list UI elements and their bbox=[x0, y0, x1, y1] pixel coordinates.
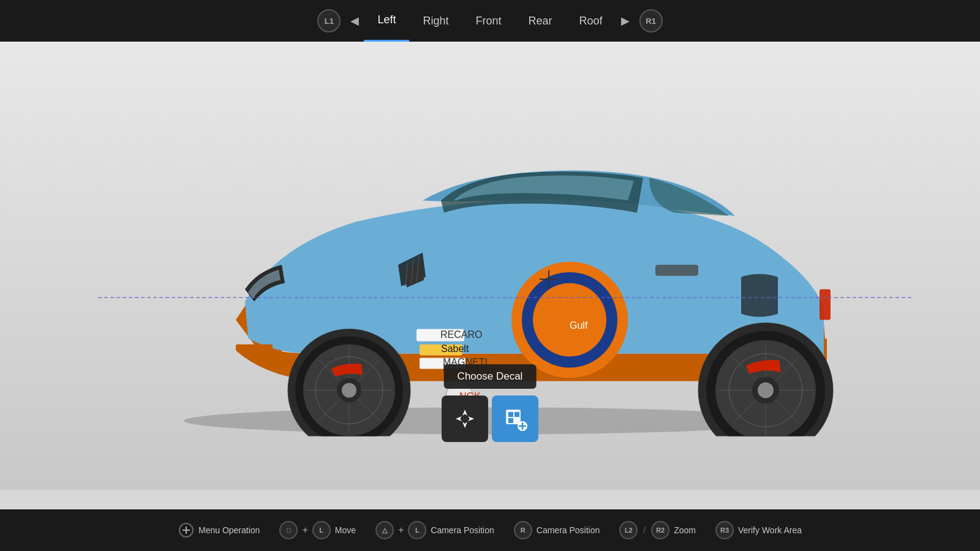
status-camera-right: R Camera Position bbox=[514, 521, 600, 539]
svg-rect-53 bbox=[508, 418, 513, 423]
svg-marker-48 bbox=[462, 410, 467, 428]
status-zoom: L2 / R2 Zoom bbox=[619, 521, 696, 539]
menu-operation-icon bbox=[178, 522, 194, 538]
nav-item-left[interactable]: Left bbox=[364, 0, 409, 42]
svg-text:Gulf: Gulf bbox=[570, 320, 588, 331]
svg-point-26 bbox=[342, 383, 356, 397]
choose-decal-tooltip: Choose Decal bbox=[444, 364, 537, 389]
svg-rect-51 bbox=[508, 412, 513, 417]
car-display-area: Gulf RECARO Sabelt MAGNETI MARELLI NGK bbox=[0, 42, 980, 490]
status-verify-work-area: R3 Verify Work Area bbox=[715, 521, 802, 539]
bottom-status-bar: Menu Operation □ + L Move △ + L Camera P… bbox=[0, 509, 980, 551]
svg-rect-44 bbox=[236, 344, 273, 350]
l-button-icon: L bbox=[312, 521, 331, 539]
l1-button[interactable]: L1 bbox=[317, 9, 341, 32]
nav-item-roof[interactable]: Roof bbox=[566, 0, 616, 42]
svg-rect-1 bbox=[655, 264, 698, 276]
nav-item-rear[interactable]: Rear bbox=[515, 0, 566, 42]
move-tool-button[interactable] bbox=[442, 395, 488, 442]
svg-rect-45 bbox=[820, 289, 831, 320]
next-arrow[interactable]: ▶ bbox=[616, 14, 635, 28]
svg-text:Sabelt: Sabelt bbox=[441, 343, 469, 354]
top-navigation: L1 ◀ Left Right Front Rear Roof ▶ R1 bbox=[0, 0, 980, 42]
r3-button-icon: R3 bbox=[715, 521, 734, 539]
r-button-icon: R bbox=[514, 521, 532, 539]
svg-text:RECARO: RECARO bbox=[440, 329, 482, 340]
l-button-icon-2: L bbox=[408, 521, 426, 539]
l2-button-icon: L2 bbox=[619, 521, 638, 539]
selection-line bbox=[98, 297, 911, 298]
triangle-button-icon: △ bbox=[375, 521, 394, 539]
nav-item-front[interactable]: Front bbox=[462, 0, 515, 42]
choose-decal-icon bbox=[502, 406, 528, 432]
svg-point-37 bbox=[758, 382, 774, 398]
svg-point-7 bbox=[533, 283, 606, 356]
status-camera-left: △ + L Camera Position bbox=[375, 521, 494, 539]
choose-decal-button[interactable] bbox=[492, 395, 538, 442]
status-menu-operation: Menu Operation bbox=[178, 522, 260, 538]
svg-rect-54 bbox=[514, 418, 519, 423]
svg-rect-52 bbox=[514, 412, 519, 417]
r2-button-icon: R2 bbox=[651, 521, 669, 539]
square-button-icon: □ bbox=[279, 521, 298, 539]
move-tool-icon bbox=[453, 407, 477, 430]
nav-item-right[interactable]: Right bbox=[409, 0, 462, 42]
status-move: □ + L Move bbox=[279, 521, 356, 539]
prev-arrow[interactable]: ◀ bbox=[345, 14, 364, 28]
tool-buttons-container bbox=[442, 395, 538, 442]
r1-button[interactable]: R1 bbox=[639, 9, 663, 32]
svg-marker-49 bbox=[456, 416, 474, 421]
